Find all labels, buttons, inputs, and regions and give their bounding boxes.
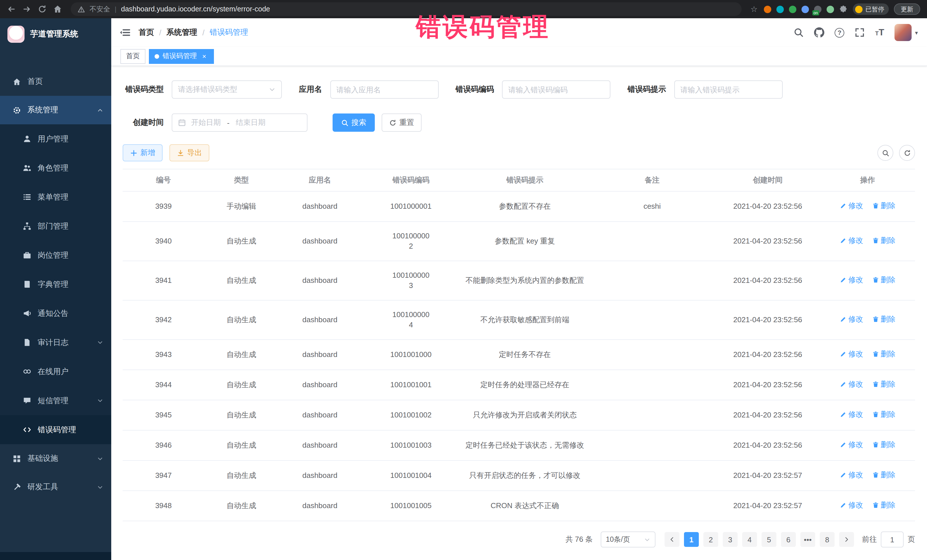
sidebar-item-user-management[interactable]: 用户管理 [0,124,111,153]
user-menu[interactable]: ▾ [895,24,918,41]
edit-link[interactable]: 修改 [840,314,863,325]
error-type-select[interactable]: 请选择错误码类型 [172,80,282,99]
page-size-select[interactable]: 10条/页 [601,531,655,548]
delete-link[interactable]: 删除 [872,201,895,211]
sidebar-item-menu-management[interactable]: 菜单管理 [0,182,111,212]
extension-icon-with-badge[interactable]: on [814,5,821,13]
edit-link[interactable]: 修改 [840,440,863,450]
sidebar-item-error-code-management[interactable]: 错误码管理 [0,415,111,444]
sidebar-item-system-management[interactable]: 系统管理 [0,96,111,124]
edit-link[interactable]: 修改 [840,349,863,359]
page-button-1[interactable]: 1 [684,532,699,547]
delete-link[interactable]: 删除 [872,410,895,420]
add-button[interactable]: 新增 [123,144,163,161]
delete-link[interactable]: 删除 [872,470,895,480]
delete-link[interactable]: 删除 [872,379,895,390]
extension-icon[interactable] [827,5,834,13]
breadcrumb-home[interactable]: 首页 [138,27,154,38]
reset-button[interactable]: 重置 [381,114,422,132]
browser-update-button[interactable]: 更新 [894,3,920,15]
home-icon[interactable] [53,5,62,14]
app-name-input[interactable] [330,80,438,99]
export-button[interactable]: 导出 [169,144,209,161]
sidebar-item-role-management[interactable]: 角色管理 [0,153,111,182]
cell-code: 100100000 4 [362,300,460,340]
sidebar-item-online-users[interactable]: 在线用户 [0,357,111,386]
sidebar-item-post-management[interactable]: 岗位管理 [0,241,111,270]
extensions-puzzle-icon[interactable] [839,5,848,14]
cell-created: 2021-04-20 23:52:56 [715,222,820,261]
cell-ops: 修改 删除 [820,222,915,261]
sidebar-item-notice[interactable]: 通知公告 [0,299,111,328]
cell-type: 自动生成 [204,460,278,491]
sidebar-item-home[interactable]: 首页 [0,67,111,96]
sidebar-item-sms-management[interactable]: 短信管理 [0,386,111,415]
refresh-icon [903,149,911,156]
page-button-6[interactable]: 6 [781,532,796,547]
sidebar-item-audit-log[interactable]: 审计日志 [0,328,111,357]
help-icon[interactable]: ? [834,28,844,37]
message-icon [23,396,31,405]
sidebar-item-dict-management[interactable]: 字典管理 [0,270,111,299]
hamburger-icon[interactable] [119,27,131,38]
extension-icon[interactable] [789,5,796,13]
cell-type: 自动生成 [204,491,278,521]
delete-link[interactable]: 删除 [872,235,895,246]
bookmark-star-icon[interactable]: ☆ [751,5,758,14]
sidebar-item-dept-management[interactable]: 部门管理 [0,212,111,241]
extension-icon[interactable] [801,5,809,13]
search-button[interactable]: 搜索 [333,114,375,132]
profile-paused-badge[interactable]: 已暂停 [853,3,889,15]
sidebar-item-dev-tools[interactable]: 研发工具 [0,473,111,501]
next-page-button[interactable] [839,532,854,547]
close-icon[interactable]: × [200,52,208,60]
refresh-table-button[interactable] [899,145,915,161]
page-button-2[interactable]: 2 [704,532,718,547]
toggle-search-button[interactable] [877,145,894,161]
avatar[interactable] [895,24,912,41]
error-hint-input[interactable] [674,80,783,99]
edit-link[interactable]: 修改 [840,379,863,390]
fullscreen-icon[interactable] [854,27,865,38]
delete-link[interactable]: 删除 [872,349,895,359]
cell-created: 2021-04-20 23:52:57 [715,491,820,521]
edit-link[interactable]: 修改 [840,201,863,211]
tab-error-code-management[interactable]: 错误码管理 × [149,49,214,64]
address-bar[interactable]: 不安全 | dashboard.yudao.iocoder.cn/system/… [71,2,742,16]
delete-link[interactable]: 删除 [872,500,895,510]
edit-link[interactable]: 修改 [840,410,863,420]
users-icon [23,164,31,172]
chevron-down-icon [644,536,650,543]
caret-down-icon: ▾ [915,29,918,36]
edit-link[interactable]: 修改 [840,470,863,480]
breadcrumb-system[interactable]: 系统管理 [167,27,198,38]
date-range-picker[interactable]: 开始日期 - 结束日期 [172,114,307,132]
delete-link[interactable]: 删除 [872,440,895,450]
forward-icon[interactable] [22,5,31,14]
delete-link[interactable]: 删除 [872,275,895,285]
sidebar-footer [0,552,111,560]
error-code-input[interactable] [502,80,610,99]
page-button-4[interactable]: 4 [742,532,757,547]
font-size-icon[interactable]: TT [875,27,884,38]
cell-code: 1001001004 [362,460,460,491]
extension-icon[interactable] [777,5,784,13]
trash-icon [872,237,879,244]
delete-link[interactable]: 删除 [872,314,895,325]
search-icon[interactable] [793,27,804,38]
more-pages-button[interactable]: ••• [800,532,815,547]
page-button-5[interactable]: 5 [761,532,777,547]
edit-link[interactable]: 修改 [840,235,863,246]
back-icon[interactable] [7,5,16,14]
page-button-3[interactable]: 3 [723,532,738,547]
tab-home[interactable]: 首页 [120,49,146,64]
prev-page-button[interactable] [664,532,679,547]
github-icon[interactable] [814,27,824,38]
reload-icon[interactable] [38,5,47,14]
edit-link[interactable]: 修改 [840,275,863,285]
page-button-8[interactable]: 8 [820,532,834,547]
goto-page-input[interactable] [881,531,904,548]
edit-link[interactable]: 修改 [840,500,863,510]
sidebar-item-infrastructure[interactable]: 基础设施 [0,444,111,473]
extension-icon[interactable] [764,5,771,13]
